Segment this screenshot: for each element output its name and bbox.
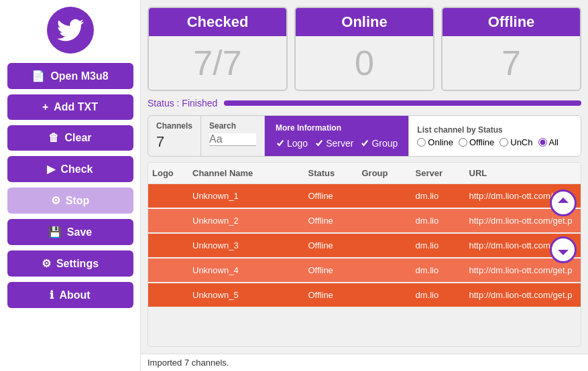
check-label: Check xyxy=(60,163,93,175)
cell-logo xyxy=(148,234,188,257)
group-checkbox[interactable] xyxy=(360,139,369,148)
all-radio[interactable] xyxy=(538,138,547,147)
logo-checkbox-text: Logo xyxy=(287,138,308,149)
status-label: Status : Finished xyxy=(148,98,217,108)
header-name: Channel Name xyxy=(188,163,304,183)
main-content: Checked 7/7 Online 0 Offline 7 Status : … xyxy=(141,0,588,354)
cell-status: Offline xyxy=(304,184,358,208)
scroll-down-button[interactable] xyxy=(550,236,577,263)
save-icon: 💾 xyxy=(48,226,62,238)
table-row[interactable]: Unknown_4 Offline dm.lio http://dm.lion-… xyxy=(148,258,581,282)
server-checkbox-label[interactable]: Server xyxy=(314,138,353,149)
about-label: About xyxy=(59,289,90,301)
group-checkbox-label[interactable]: Group xyxy=(360,138,398,149)
progress-row: Status : Finished xyxy=(148,98,581,108)
radio-group: Online Offline UnCh All xyxy=(417,137,573,147)
status-filter-label: List channel by Status xyxy=(417,125,573,135)
app-logo xyxy=(47,7,94,54)
cell-name: Unknown_5 xyxy=(188,283,304,307)
table-row[interactable]: Unknown_3 Offline dm.lio http://dm.lion-… xyxy=(148,234,581,257)
cell-group xyxy=(358,184,412,208)
arrow-down-icon xyxy=(555,242,571,258)
channels-section: Channels 7 xyxy=(148,116,201,156)
cell-name: Unknown_3 xyxy=(188,234,304,257)
save-button[interactable]: 💾 Save xyxy=(7,219,133,245)
online-radio-text: Online xyxy=(428,137,453,147)
cell-name: Unknown_2 xyxy=(188,209,304,232)
scroll-up-button[interactable] xyxy=(550,190,577,216)
cell-server: dm.lio xyxy=(412,184,465,208)
table-row[interactable]: Unknown_1 Offline dm.lio http://dm.lion-… xyxy=(148,184,581,208)
unchecked-radio[interactable] xyxy=(499,138,508,147)
open-m3u8-button[interactable]: 📄 Open M3u8 xyxy=(7,63,133,89)
offline-radio-label[interactable]: Offline xyxy=(459,137,494,147)
online-radio-label[interactable]: Online xyxy=(417,137,453,147)
filter-row: Channels 7 Search More Information Logo xyxy=(148,115,581,157)
table-row[interactable]: Unknown_5 Offline dm.lio http://dm.lion-… xyxy=(148,283,581,307)
sidebar: 📄 Open M3u8 + Add TXT 🗑 Clear ▶ Check ⚙ … xyxy=(0,0,141,371)
info-label: More Information xyxy=(276,123,398,133)
channels-label: Channels xyxy=(156,121,192,131)
cell-group xyxy=(358,209,412,232)
server-checkbox[interactable] xyxy=(314,139,324,148)
bottom-status: Imported 7 channels. xyxy=(141,354,588,371)
cell-server: dm.lio xyxy=(412,283,465,307)
progress-bar-fill xyxy=(224,100,581,106)
channels-value: 7 xyxy=(156,133,192,151)
status-filter-section: List channel by Status Online Offline xyxy=(409,116,581,156)
header-url: URL xyxy=(465,163,581,183)
group-checkbox-text: Group xyxy=(371,138,398,149)
cell-server: dm.lio xyxy=(412,234,465,257)
offline-card: Offline 7 xyxy=(441,7,581,91)
online-value: 0 xyxy=(296,36,433,90)
stop-icon: ⚙ xyxy=(51,194,60,207)
search-input[interactable] xyxy=(209,133,256,146)
add-txt-label: Add TXT xyxy=(54,101,98,113)
cell-server: dm.lio xyxy=(412,258,465,282)
settings-label: Settings xyxy=(56,258,99,270)
clear-label: Clear xyxy=(64,132,91,144)
cell-server: dm.lio xyxy=(412,209,465,232)
info-section: More Information Logo Server Group xyxy=(265,116,409,156)
cell-logo xyxy=(148,283,188,307)
logo-checkbox-label[interactable]: Logo xyxy=(276,138,308,149)
cell-group xyxy=(358,258,412,282)
header-logo: Logo xyxy=(148,163,188,183)
clear-button[interactable]: 🗑 Clear xyxy=(7,125,133,151)
add-txt-button[interactable]: + Add TXT xyxy=(7,94,133,120)
header-group: Group xyxy=(358,163,412,183)
cell-status: Offline xyxy=(304,234,358,257)
check-button[interactable]: ▶ Check xyxy=(7,156,133,182)
checked-header: Checked xyxy=(149,8,286,36)
header-status: Status xyxy=(304,163,358,183)
all-radio-text: All xyxy=(549,137,558,147)
stop-button[interactable]: ⚙ Stop xyxy=(7,188,133,214)
cell-status: Offline xyxy=(304,283,358,307)
cell-logo xyxy=(148,209,188,232)
logo-checkbox[interactable] xyxy=(276,139,285,148)
cell-name: Unknown_1 xyxy=(188,184,304,208)
settings-button[interactable]: ⚙ Settings xyxy=(7,250,133,277)
table-row[interactable]: Unknown_2 Offline dm.lio http://dm.lion-… xyxy=(148,209,581,232)
offline-header: Offline xyxy=(443,8,580,36)
server-checkbox-text: Server xyxy=(326,138,353,149)
table-body[interactable]: Unknown_1 Offline dm.lio http://dm.lion-… xyxy=(148,184,581,344)
cell-status: Offline xyxy=(304,209,358,232)
cell-name: Unknown_4 xyxy=(188,258,304,282)
unchecked-radio-label[interactable]: UnCh xyxy=(499,137,532,147)
offline-radio-text: Offline xyxy=(469,137,494,147)
info-icon: ℹ xyxy=(50,289,54,301)
stop-label: Stop xyxy=(66,195,90,207)
search-section: Search xyxy=(201,116,265,156)
channel-table: Logo Channel Name Status Group Server UR… xyxy=(148,162,581,347)
table-header: Logo Channel Name Status Group Server UR… xyxy=(148,163,581,184)
all-radio-label[interactable]: All xyxy=(538,137,558,147)
about-button[interactable]: ℹ About xyxy=(7,282,133,308)
open-m3u8-label: Open M3u8 xyxy=(50,70,108,82)
scroll-buttons xyxy=(550,190,577,263)
online-radio[interactable] xyxy=(417,138,426,147)
checked-card: Checked 7/7 xyxy=(148,7,288,91)
offline-radio[interactable] xyxy=(459,138,467,147)
online-header: Online xyxy=(296,8,433,36)
progress-bar-background xyxy=(224,100,581,106)
